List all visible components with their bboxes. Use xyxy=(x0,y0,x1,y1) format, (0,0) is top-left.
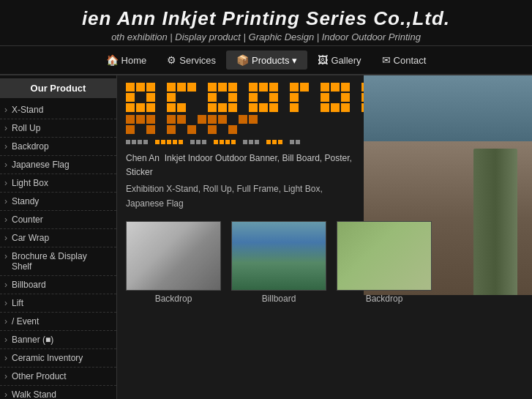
site-subtitle: oth exhibition | Display product | Graph… xyxy=(0,31,532,42)
content-line1: Inkjet Indoor Outdoor Banner, Bill Board… xyxy=(126,153,352,177)
sidebar-menu: X-Stand Roll Up Backdrop Japanese Flag L… xyxy=(0,101,116,399)
sidebar-item-standy[interactable]: Standy xyxy=(0,193,116,211)
gear-icon: ⚙ xyxy=(167,54,176,66)
pixel-line-1 xyxy=(126,140,367,144)
sidebar-link-rollup[interactable]: Roll Up xyxy=(0,119,116,137)
sidebar-item-walkstand[interactable]: Walk Stand xyxy=(0,386,116,399)
sidebar-item-carwrap[interactable]: Car Wrap xyxy=(0,229,116,247)
page-layout: Our Product X-Stand Roll Up Backdrop Jap… xyxy=(0,75,532,399)
nav-link-gallery[interactable]: 🖼 Gallery xyxy=(307,51,371,70)
billboard-img xyxy=(232,222,326,290)
sidebar-item-billboard[interactable]: Billboard xyxy=(0,276,116,294)
sidebar-item-lightbox[interactable]: Light Box xyxy=(0,174,116,193)
nav-item-gallery[interactable]: 🖼 Gallery xyxy=(307,51,371,70)
main-content: Chen An Inkjet Indoor Outdoor Banner, Bi… xyxy=(117,75,532,399)
site-header: ien Ann Inkjet Printing Series Co.,Ltd. … xyxy=(0,0,532,46)
dropdown-arrow-icon: ▾ xyxy=(292,55,297,66)
thumbnail-label-2: Billboard xyxy=(262,294,296,304)
sidebar-item-backdrop[interactable]: Backdrop xyxy=(0,138,116,156)
nav-item-products[interactable]: 📦 Products ▾ xyxy=(226,51,307,70)
sidebar-link-backdrop[interactable]: Backdrop xyxy=(0,138,116,155)
sidebar-link-banner[interactable]: Banner (■) xyxy=(0,331,116,348)
sidebar-link-japaneseflag[interactable]: Japanese Flag xyxy=(0,156,116,174)
sidebar-link-lightbox[interactable]: Light Box xyxy=(0,174,116,192)
products-icon: 📦 xyxy=(236,54,249,66)
thumbnail-image-3 xyxy=(337,221,432,291)
company-ref: Chen An xyxy=(126,153,160,163)
nav-link-services[interactable]: ⚙ Services xyxy=(157,51,226,70)
sidebar: Our Product X-Stand Roll Up Backdrop Jap… xyxy=(0,75,117,399)
sidebar-item-event[interactable]: / Event xyxy=(0,313,116,331)
content-description2: Exhibition X-Stand, Roll Up, Full Frame,… xyxy=(126,182,360,210)
nav-list: 🏠 Home ⚙ Services 📦 Products ▾ 🖼 Gallery xyxy=(96,51,437,70)
sidebar-item-xstand[interactable]: X-Stand xyxy=(0,101,116,119)
sidebar-item-counter[interactable]: Counter xyxy=(0,211,116,229)
sidebar-item-ceramic[interactable]: Ceramic Inventory xyxy=(0,349,116,368)
home-icon: 🏠 xyxy=(106,54,119,66)
sidebar-link-walkstand[interactable]: Walk Stand xyxy=(0,386,116,399)
thumbnail-item-2: Billboard xyxy=(231,221,326,304)
thumbnail-image-1 xyxy=(126,221,221,291)
nav-label-contact: Contact xyxy=(394,55,427,66)
sidebar-item-lift[interactable]: Lift xyxy=(0,294,116,313)
main-nav: 🏠 Home ⚙ Services 📦 Products ▾ 🖼 Gallery xyxy=(0,46,532,75)
site-title: ien Ann Inkjet Printing Series Co.,Ltd. xyxy=(0,7,532,30)
nav-label-gallery: Gallery xyxy=(331,55,361,66)
thumbnail-label-1: Backdrop xyxy=(155,294,192,304)
sidebar-item-rollup[interactable]: Roll Up xyxy=(0,119,116,138)
sidebar-link-counter[interactable]: Counter xyxy=(0,211,116,228)
sidebar-link-standy[interactable]: Standy xyxy=(0,193,116,210)
thumbnail-item-1: Backdrop xyxy=(126,221,221,304)
pixel-text-area xyxy=(126,140,367,146)
sidebar-header: Our Product xyxy=(0,78,116,98)
sidebar-item-other[interactable]: Other Product xyxy=(0,368,116,386)
sidebar-link-ceramic[interactable]: Ceramic Inventory xyxy=(0,349,116,367)
gallery-icon: 🖼 xyxy=(318,54,328,66)
contact-icon: ✉ xyxy=(382,54,391,66)
sidebar-link-billboard[interactable]: Billboard xyxy=(0,276,116,294)
nav-link-home[interactable]: 🏠 Home xyxy=(96,51,157,70)
backdrop-img-2 xyxy=(337,222,431,290)
nav-item-contact[interactable]: ✉ Contact xyxy=(372,51,437,70)
nav-link-contact[interactable]: ✉ Contact xyxy=(372,51,437,70)
sidebar-link-lift[interactable]: Lift xyxy=(0,294,116,312)
sidebar-item-brochure[interactable]: Brochure & Display Shelf xyxy=(0,247,116,276)
nav-label-services: Services xyxy=(179,55,216,66)
thumbnail-image-2 xyxy=(231,221,326,291)
sidebar-link-xstand[interactable]: X-Stand xyxy=(0,101,116,119)
sidebar-link-event[interactable]: / Event xyxy=(0,313,116,330)
nav-item-services[interactable]: ⚙ Services xyxy=(157,51,226,70)
backdrop-img-1 xyxy=(127,222,220,290)
nav-item-home[interactable]: 🏠 Home xyxy=(96,51,157,70)
sidebar-link-brochure[interactable]: Brochure & Display Shelf xyxy=(0,247,116,275)
sidebar-item-japaneseflag[interactable]: Japanese Flag xyxy=(0,156,116,174)
content-description: Chen An Inkjet Indoor Outdoor Banner, Bi… xyxy=(126,152,360,179)
sidebar-link-carwrap[interactable]: Car Wrap xyxy=(0,229,116,247)
sidebar-item-banner[interactable]: Banner (■) xyxy=(0,331,116,349)
nav-label-home: Home xyxy=(121,55,147,66)
nav-link-products[interactable]: 📦 Products ▾ xyxy=(226,51,307,70)
sidebar-link-other[interactable]: Other Product xyxy=(0,368,116,385)
nav-label-products: Products xyxy=(252,55,289,66)
